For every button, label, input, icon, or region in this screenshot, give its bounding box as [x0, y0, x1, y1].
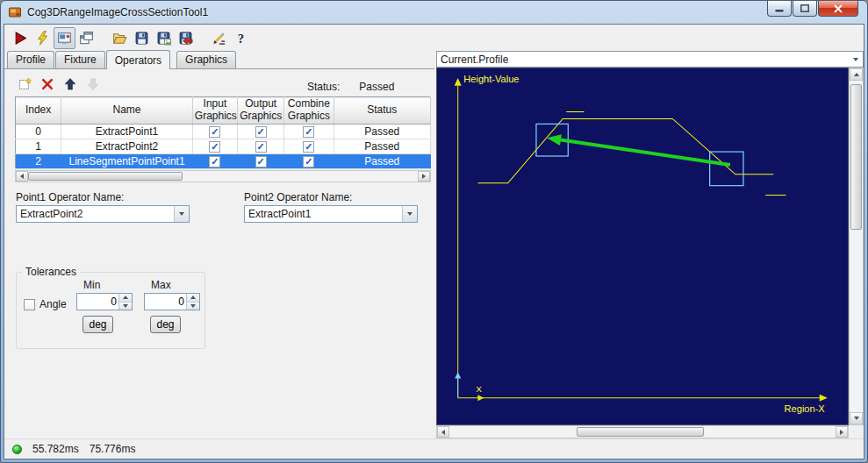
right-arrow-icon: [422, 174, 426, 179]
record-selector-combobox[interactable]: Current.Profile: [436, 51, 864, 68]
scroll-right-button[interactable]: [836, 426, 848, 438]
tab-profile[interactable]: Profile: [7, 51, 54, 68]
output-graphics-checkbox[interactable]: ✓: [255, 141, 267, 153]
delete-operator-button[interactable]: [38, 75, 57, 94]
tab-operators[interactable]: Operators: [106, 50, 170, 69]
cell-index: 0: [16, 125, 61, 139]
min-unit-button[interactable]: deg: [82, 316, 113, 333]
column-header[interactable]: Index: [16, 97, 61, 125]
tab-graphics[interactable]: Graphics: [176, 51, 236, 68]
minimize-button[interactable]: [767, 1, 792, 17]
record-selector-value: Current.Profile: [437, 53, 508, 66]
scroll-right-button[interactable]: [418, 171, 430, 182]
spin-up-button[interactable]: [187, 294, 199, 302]
move-up-icon: [63, 77, 77, 91]
table-row[interactable]: 2LineSegmentPointPoint1✓✓✓Passed: [16, 154, 431, 169]
output-graphics-checkbox[interactable]: ✓: [255, 156, 267, 167]
scrollbar-track[interactable]: [28, 171, 418, 182]
min-label: Min: [83, 279, 100, 291]
scroll-left-button[interactable]: [437, 426, 449, 438]
scrollbar-track[interactable]: [850, 81, 863, 412]
down-arrow-icon: [190, 304, 196, 308]
image-display-button[interactable]: [54, 27, 75, 49]
max-unit-button[interactable]: deg: [150, 316, 181, 333]
pen-button[interactable]: [208, 27, 230, 49]
scrollbar-thumb[interactable]: [28, 172, 183, 181]
maximize-icon: [800, 4, 809, 12]
profile-plot[interactable]: Height-ValueRegion-XX: [436, 68, 849, 425]
input-graphics-checkbox[interactable]: ✓: [209, 126, 220, 138]
save-button[interactable]: [131, 27, 153, 49]
run-status-indicator-icon: [12, 445, 22, 454]
new-operator-button[interactable]: [15, 75, 34, 94]
point2-operator-combobox[interactable]: ExtractPoint1: [244, 205, 418, 223]
save-image-button[interactable]: [153, 27, 175, 49]
angle-checkbox[interactable]: [24, 299, 35, 310]
scrollbar-thumb[interactable]: [850, 84, 862, 230]
combine-graphics-checkbox[interactable]: ✓: [303, 156, 314, 167]
combo-dropdown-button[interactable]: [174, 206, 189, 222]
total-time: 75.776ms: [90, 443, 136, 455]
max-label: Max: [151, 279, 171, 291]
help-button[interactable]: ?: [230, 27, 252, 49]
angle-max-input[interactable]: [145, 294, 186, 310]
combo-dropdown-button[interactable]: [848, 52, 863, 67]
table-row[interactable]: 0ExtractPoint1✓✓✓Passed: [16, 125, 431, 139]
point1-operator-combobox[interactable]: ExtractPoint2: [16, 205, 190, 223]
column-header[interactable]: Output Graphics: [238, 97, 284, 125]
app-icon[interactable]: [8, 5, 22, 19]
scroll-left-button[interactable]: [16, 171, 28, 182]
close-icon: [833, 4, 843, 13]
maximize-button[interactable]: [793, 1, 817, 17]
up-arrow-icon: [190, 296, 196, 299]
angle-max-spinner: [144, 293, 200, 310]
input-graphics-checkbox[interactable]: ✓: [209, 141, 220, 153]
tolerances-title: Tolerances: [22, 266, 80, 278]
combine-graphics-checkbox[interactable]: ✓: [303, 141, 314, 153]
table-row[interactable]: 1ExtractPoint2✓✓✓Passed: [16, 139, 431, 154]
combine-graphics-checkbox[interactable]: ✓: [303, 126, 314, 138]
scrollbar-thumb[interactable]: [577, 427, 704, 437]
run-button[interactable]: [10, 27, 32, 49]
open-file-button[interactable]: [109, 27, 131, 49]
angle-min-input[interactable]: [77, 294, 118, 310]
column-header[interactable]: Combine Graphics: [284, 97, 334, 125]
execution-time: 55.782ms: [32, 443, 79, 455]
move-up-button[interactable]: [61, 75, 80, 94]
right-arrow-icon: [840, 430, 843, 435]
plot-vertical-scrollbar[interactable]: [849, 68, 864, 425]
minimize-icon: [775, 4, 784, 12]
table-horizontal-scrollbar[interactable]: [15, 170, 431, 182]
float-window-icon: [79, 31, 94, 46]
import-button[interactable]: [175, 27, 197, 49]
lightning-button[interactable]: [32, 27, 54, 49]
up-arrow-icon: [854, 73, 859, 76]
column-header[interactable]: Status: [334, 97, 431, 125]
cell-operator-name: ExtractPoint2: [61, 139, 193, 154]
spin-up-button[interactable]: [119, 294, 132, 302]
output-graphics-checkbox[interactable]: ✓: [255, 126, 267, 138]
float-window-button[interactable]: [75, 27, 97, 49]
close-button[interactable]: [818, 1, 858, 17]
open-file-icon: [112, 31, 127, 46]
tab-fixture[interactable]: Fixture: [55, 51, 105, 68]
scroll-up-button[interactable]: [850, 68, 863, 81]
svg-text:?: ?: [238, 31, 244, 45]
combo-dropdown-button[interactable]: [402, 206, 417, 222]
column-header[interactable]: Name: [61, 97, 193, 125]
spin-down-button[interactable]: [119, 302, 132, 310]
input-graphics-checkbox[interactable]: ✓: [209, 156, 220, 167]
left-arrow-icon: [441, 430, 445, 435]
plot-horizontal-scrollbar[interactable]: [436, 425, 849, 438]
column-header[interactable]: Input Graphics: [192, 97, 237, 125]
scrollbar-track[interactable]: [449, 426, 836, 438]
save-icon: [134, 31, 149, 46]
move-down-icon: [86, 77, 100, 91]
cell-index: 2: [16, 154, 61, 169]
display-panel: Current.Profile Height-ValueRegion-XX: [436, 51, 864, 438]
image-display-icon: [57, 31, 72, 46]
cell-status: Passed: [334, 154, 431, 169]
scroll-down-button[interactable]: [850, 412, 863, 424]
chevron-down-icon: [853, 58, 858, 61]
spin-down-button[interactable]: [187, 302, 199, 310]
